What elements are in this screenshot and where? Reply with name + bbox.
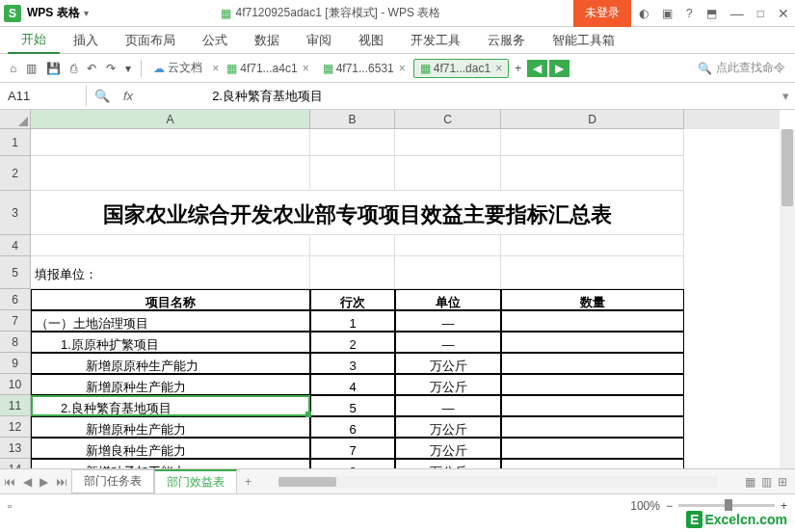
cell[interactable]	[395, 235, 501, 256]
cell[interactable]	[395, 156, 501, 191]
add-tab-icon[interactable]: +	[511, 60, 525, 77]
login-button[interactable]: 未登录	[573, 0, 631, 27]
col-header-c[interactable]: C	[395, 110, 501, 129]
row-header-13[interactable]: 13	[0, 438, 31, 459]
cell-row_num[interactable]: 2	[310, 332, 395, 353]
cell-qty[interactable]	[501, 416, 684, 438]
cell-qty[interactable]	[501, 438, 684, 459]
ribbon-tab-review[interactable]: 审阅	[293, 28, 345, 53]
cell-name[interactable]: 2.良种繁育基地项目	[31, 395, 310, 416]
cell-name[interactable]: 1.原原种扩繁项目	[31, 332, 310, 353]
cell[interactable]	[501, 156, 684, 191]
more-icon[interactable]: ▾	[121, 60, 135, 77]
cell-qty[interactable]	[501, 332, 684, 353]
ribbon-tab-pagelayout[interactable]: 页面布局	[112, 28, 189, 53]
row-header-3[interactable]: 3	[0, 191, 31, 235]
cell[interactable]	[31, 129, 310, 156]
minimize-button[interactable]: —	[725, 2, 750, 25]
row-header-11[interactable]: 11	[0, 395, 31, 416]
ribbon-tab-smart[interactable]: 智能工具箱	[539, 28, 628, 53]
ribbon-tab-data[interactable]: 数据	[241, 28, 293, 53]
home-icon[interactable]: ⌂	[6, 60, 20, 77]
formula-expand-icon[interactable]: ▾	[777, 89, 795, 103]
sheet-nav-first-icon[interactable]: ⏮	[0, 475, 19, 489]
row-header-6[interactable]: 6	[0, 289, 31, 310]
cloud-close-icon[interactable]: ×	[212, 62, 219, 75]
sheet-nav-prev-icon[interactable]: ◀	[19, 475, 36, 489]
cell-row_num[interactable]: 8	[310, 459, 395, 468]
cell-unit[interactable]: 万公斤	[395, 459, 501, 468]
undo-icon[interactable]: ↶	[83, 60, 100, 77]
select-all-corner[interactable]	[0, 110, 31, 129]
tab-nav-left-icon[interactable]: ◀	[527, 60, 547, 77]
cell[interactable]	[310, 235, 395, 256]
print-icon[interactable]: ⎙	[66, 60, 81, 77]
cell-qty[interactable]	[501, 353, 684, 374]
cell-unit[interactable]: 万公斤	[395, 353, 501, 374]
sheet-tab-1[interactable]: 部门任务表	[71, 469, 154, 493]
tab-close-icon[interactable]: ×	[495, 62, 502, 75]
cell[interactable]	[310, 129, 395, 156]
cloud-doc-button[interactable]: ☁ 云文档	[147, 60, 208, 76]
add-sheet-icon[interactable]: +	[237, 472, 259, 492]
column-header-row_num[interactable]: 行次	[310, 289, 395, 310]
row-header-8[interactable]: 8	[0, 332, 31, 353]
redo-icon[interactable]: ↷	[102, 60, 119, 77]
sync-icon[interactable]: ◐	[633, 3, 654, 24]
tab-close-icon[interactable]: ×	[399, 62, 406, 75]
row-header-7[interactable]: 7	[0, 310, 31, 332]
view-pagebreak-icon[interactable]: ⊞	[778, 475, 787, 489]
row-header-5[interactable]: 5	[0, 256, 31, 289]
sheet-tab-2[interactable]: 部门效益表	[154, 469, 237, 494]
sheet-nav-last-icon[interactable]: ⏭	[52, 475, 71, 489]
horizontal-scroll-thumb[interactable]	[278, 477, 336, 487]
formula-input[interactable]: 2.良种繁育基地项目	[139, 88, 371, 105]
cell-name[interactable]: 新增原种生产能力	[31, 416, 310, 438]
close-button[interactable]: ✕	[772, 2, 795, 25]
ribbon-tab-start[interactable]: 开始	[8, 27, 60, 54]
cell[interactable]	[501, 129, 684, 156]
row-header-10[interactable]: 10	[0, 374, 31, 395]
row-header-2[interactable]: 2	[0, 156, 31, 191]
ribbon-toggle-icon[interactable]: ⬒	[701, 3, 723, 24]
fx-label[interactable]: fx	[118, 89, 139, 103]
ribbon-tab-insert[interactable]: 插入	[60, 28, 112, 53]
cell-unit[interactable]: —	[395, 395, 501, 416]
cell-row_num[interactable]: 3	[310, 353, 395, 374]
cell-row_num[interactable]: 5	[310, 395, 395, 416]
ribbon-tab-cloud[interactable]: 云服务	[474, 28, 539, 53]
cell[interactable]	[31, 235, 310, 256]
cell-grid[interactable]: 国家农业综合开发农业部专项项目效益主要指标汇总表填报单位：项目名称行次单位数量（…	[31, 129, 780, 468]
report-title[interactable]: 国家农业综合开发农业部专项项目效益主要指标汇总表	[31, 191, 684, 235]
horizontal-scrollbar[interactable]	[278, 476, 718, 488]
cell-qty[interactable]	[501, 310, 684, 332]
col-header-a[interactable]: A	[31, 110, 310, 129]
col-header-b[interactable]: B	[310, 110, 395, 129]
row-header-1[interactable]: 1	[0, 129, 31, 156]
column-header-name[interactable]: 项目名称	[31, 289, 310, 310]
cell-row_num[interactable]: 4	[310, 374, 395, 395]
cell-row_num[interactable]: 6	[310, 416, 395, 438]
cell[interactable]	[31, 156, 310, 191]
cell-unit[interactable]: 万公斤	[395, 416, 501, 438]
cell-name[interactable]: （一）土地治理项目	[31, 310, 310, 332]
view-normal-icon[interactable]: ▦	[745, 475, 755, 489]
command-search[interactable]: 🔍 点此查找命令	[571, 60, 789, 76]
row-header-14[interactable]: 14	[0, 459, 31, 468]
cell-unit[interactable]: —	[395, 310, 501, 332]
sheet-nav-next-icon[interactable]: ▶	[36, 475, 52, 489]
fx-search-icon[interactable]: 🔍	[87, 89, 118, 103]
column-header-unit[interactable]: 单位	[395, 289, 501, 310]
vertical-scroll-thumb[interactable]	[782, 129, 793, 206]
row-header-9[interactable]: 9	[0, 353, 31, 374]
cell[interactable]	[395, 129, 501, 156]
file-tab-3[interactable]: ▦ 4f71...dac1 ×	[413, 59, 509, 78]
cell[interactable]	[501, 256, 684, 289]
status-indicator-icon[interactable]: ▫	[8, 499, 12, 513]
cell-name[interactable]: 新增原原种生产能力	[31, 353, 310, 374]
cell-name[interactable]: 新增原种生产能力	[31, 374, 310, 395]
cell-name[interactable]: 新增良种生产能力	[31, 438, 310, 459]
file-tab-1[interactable]: ▦ 4f71...a4c1 ×	[221, 60, 314, 77]
cell-qty[interactable]	[501, 374, 684, 395]
file-tab-2[interactable]: ▦ 4f71...6531 ×	[317, 60, 411, 77]
